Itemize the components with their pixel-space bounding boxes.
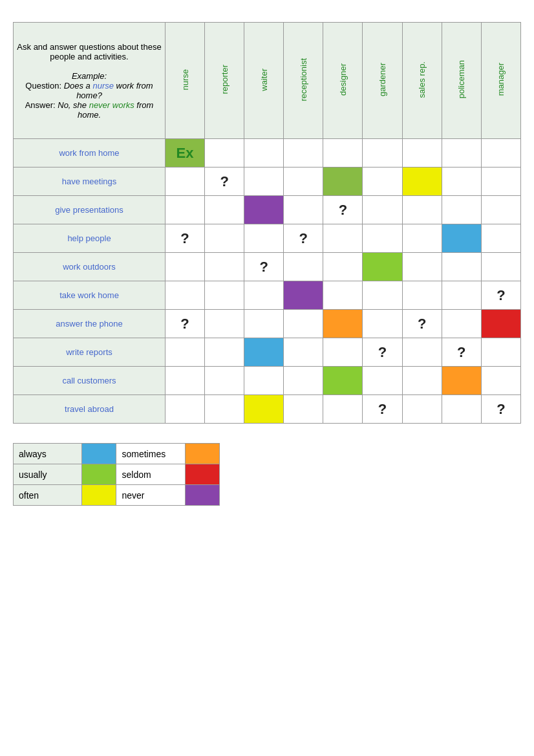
activity-cell: write reports	[14, 338, 166, 367]
activity-cell: answer the phone	[14, 310, 166, 338]
grid-cell: ?	[166, 310, 205, 338]
grid-cell: ?	[323, 196, 363, 224]
grid-cell	[481, 310, 520, 338]
adverb-word: always	[14, 444, 82, 464]
grid-cell	[284, 139, 323, 167]
adverb-color-swatch	[82, 485, 116, 506]
grid-cell	[363, 253, 402, 281]
activity-cell: work outdoors	[14, 253, 166, 281]
col-header-waiter: waiter	[244, 23, 284, 139]
col-header-nurse: nurse	[166, 23, 205, 139]
grid-cell	[323, 281, 363, 310]
grid-cell: ?	[284, 224, 323, 253]
grid-cell	[323, 253, 363, 281]
grid-cell	[244, 310, 284, 338]
col-header-designer: designer	[323, 23, 363, 139]
grid-cell	[402, 139, 442, 167]
grid-cell	[442, 253, 481, 281]
grid-cell	[166, 395, 205, 424]
grid-cell	[244, 367, 284, 395]
adverb-row: alwayssometimes	[14, 444, 220, 464]
activity-cell: call customers	[14, 367, 166, 395]
grid-cell	[244, 281, 284, 310]
grid-cell	[284, 338, 323, 367]
grid-cell	[323, 224, 363, 253]
grid-cell: ?	[363, 395, 402, 424]
grid-cell	[205, 310, 244, 338]
grid-cell	[442, 196, 481, 224]
activity-cell: have meetings	[14, 167, 166, 196]
table-row: travel abroad??	[14, 395, 521, 424]
table-row: take work home?	[14, 281, 521, 310]
grid-cell	[442, 395, 481, 424]
grid-cell	[481, 367, 520, 395]
grid-cell	[481, 167, 520, 196]
adverbs-table: alwayssometimesusuallyseldomoftennever	[13, 443, 220, 506]
col-header-manager: manager	[481, 23, 520, 139]
grid-cell	[284, 253, 323, 281]
grid-cell: ?	[402, 310, 442, 338]
grid-cell: ?	[363, 338, 402, 367]
adverb-word2: seldom	[116, 464, 185, 485]
grid-cell	[323, 310, 363, 338]
grid-cell	[284, 367, 323, 395]
grid-cell	[442, 224, 481, 253]
adverb-color-swatch	[82, 444, 116, 464]
col-header-sales-rep.: sales rep.	[402, 23, 442, 139]
grid-cell	[442, 167, 481, 196]
grid-cell	[284, 196, 323, 224]
activity-cell: travel abroad	[14, 395, 166, 424]
grid-cell	[284, 281, 323, 310]
grid-cell: Ex	[166, 139, 205, 167]
table-row: give presentations?	[14, 196, 521, 224]
grid-cell	[402, 196, 442, 224]
col-header-receptionist: receptionist	[284, 23, 323, 139]
adverb-color-swatch2	[185, 444, 219, 464]
grid-cell	[481, 253, 520, 281]
grid-cell	[244, 196, 284, 224]
grid-cell	[363, 367, 402, 395]
grid-cell	[284, 310, 323, 338]
adverb-color-swatch2	[185, 464, 219, 485]
grid-cell: ?	[205, 167, 244, 196]
table-row: work outdoors?	[14, 253, 521, 281]
activity-cell: work from home	[14, 139, 166, 167]
grid-cell	[244, 167, 284, 196]
adverb-word2: sometimes	[116, 444, 185, 464]
grid-cell	[323, 139, 363, 167]
grid-cell: ?	[244, 253, 284, 281]
grid-cell	[166, 253, 205, 281]
grid-cell	[205, 395, 244, 424]
adverbs-section: alwayssometimesusuallyseldomoftennever	[13, 443, 521, 506]
adverb-color-swatch2	[185, 485, 219, 506]
grid-cell	[442, 281, 481, 310]
grid-cell	[402, 224, 442, 253]
grid-cell	[205, 367, 244, 395]
adverb-row: oftennever	[14, 485, 220, 506]
grid-cell	[244, 139, 284, 167]
grid-cell	[284, 167, 323, 196]
grid-cell	[363, 281, 402, 310]
grid-cell	[284, 395, 323, 424]
grid-cell	[244, 224, 284, 253]
table-row: call customers	[14, 367, 521, 395]
grid-cell	[205, 139, 244, 167]
grid-cell: ?	[442, 338, 481, 367]
grid-cell	[166, 367, 205, 395]
grid-cell	[205, 253, 244, 281]
grid-cell	[481, 224, 520, 253]
col-header-policeman: policeman	[442, 23, 481, 139]
grid-cell	[323, 338, 363, 367]
grid-cell	[442, 310, 481, 338]
adverb-color-swatch	[82, 464, 116, 485]
table-row: work from homeEx	[14, 139, 521, 167]
activity-cell: help people	[14, 224, 166, 253]
grid-cell	[402, 395, 442, 424]
grid-cell	[166, 196, 205, 224]
grid-cell	[166, 338, 205, 367]
table-row: help people??	[14, 224, 521, 253]
grid-cell	[323, 167, 363, 196]
grid-cell	[481, 196, 520, 224]
grid-cell	[363, 196, 402, 224]
grid-cell	[402, 253, 442, 281]
